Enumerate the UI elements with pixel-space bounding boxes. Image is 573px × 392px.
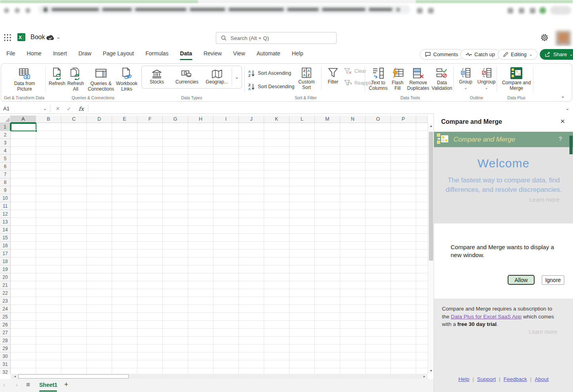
column-header-O[interactable]: O — [366, 116, 391, 123]
stocks-button[interactable]: Stocks — [142, 66, 172, 88]
share-button[interactable]: Share ⌄ — [540, 49, 573, 60]
menu-tab-automate[interactable]: Automate — [256, 49, 281, 57]
column-header-J[interactable]: J — [239, 116, 264, 123]
text-to-columns-button[interactable]: Text to Columns — [367, 65, 389, 91]
allow-button[interactable]: Allow — [508, 275, 535, 285]
welcome-learn-more-link[interactable]: Learn more — [529, 196, 560, 203]
name-box-chevron-icon[interactable]: ⌄ — [43, 106, 47, 111]
editing-mode-button[interactable]: Editing ⌄ — [498, 49, 538, 60]
feedback-link[interactable]: Feedback — [504, 376, 527, 382]
row-header-17[interactable]: 17 — [0, 250, 11, 258]
geography-button[interactable]: Geograp... — [202, 66, 232, 88]
column-header-E[interactable]: E — [112, 116, 137, 123]
row-header-3[interactable]: 3 — [0, 139, 11, 147]
scroll-up-icon[interactable]: ▲ — [428, 123, 434, 129]
workbook-links-button[interactable]: Workbook Links — [115, 65, 138, 92]
scroll-right-icon[interactable]: ▸ — [422, 374, 427, 379]
row-header-4[interactable]: 4 — [0, 147, 11, 155]
title-chevron-down-icon[interactable]: ⌄ — [56, 34, 61, 40]
insert-function-icon[interactable]: fx — [76, 104, 86, 114]
sheet-tab-sheet1[interactable]: Sheet1 — [39, 382, 57, 388]
row-header-29[interactable]: 29 — [0, 345, 11, 352]
formula-bar-expand-chevron-icon[interactable]: ⌄ — [565, 106, 569, 111]
pane-scroll-thumb[interactable] — [569, 136, 573, 154]
app-launcher-waffle-icon[interactable] — [3, 33, 12, 42]
row-header-12[interactable]: 12 — [0, 210, 11, 218]
column-header-C[interactable]: C — [61, 116, 87, 123]
browser-extension-icon[interactable] — [417, 8, 423, 13]
row-header-32[interactable]: 32 — [0, 368, 11, 374]
bookmark-star-icon[interactable] — [396, 8, 400, 11]
browser-url-bar[interactable] — [38, 5, 410, 14]
menu-tab-data[interactable]: Data — [180, 49, 192, 57]
row-header-16[interactable]: 16 — [0, 242, 11, 250]
menu-tab-review[interactable]: Review — [203, 49, 222, 57]
menu-tab-home[interactable]: Home — [27, 49, 42, 57]
currencies-button[interactable]: Currencies — [172, 66, 202, 88]
horizontal-scrollbar[interactable]: ◂ ▸ — [11, 374, 428, 379]
data-plus-saas-link[interactable]: Data Plus for Excel SaaS App — [451, 314, 522, 320]
column-header-B[interactable]: B — [36, 116, 61, 123]
fill-handle[interactable] — [35, 130, 37, 132]
column-header-K[interactable]: K — [264, 116, 289, 123]
sort-ascending-button[interactable]: A Z Sort Ascending — [247, 69, 291, 77]
remove-duplicates-button[interactable]: Remove Duplicates — [406, 65, 430, 91]
menu-tab-draw[interactable]: Draw — [78, 49, 92, 57]
help-link[interactable]: Help — [458, 376, 469, 382]
browser-forward-icon[interactable] — [15, 8, 20, 13]
row-header-9[interactable]: 9 — [0, 186, 11, 194]
column-header-I[interactable]: I — [213, 116, 239, 123]
ungroup-button[interactable]: Ungroup ⌄ — [476, 65, 497, 89]
row-header-21[interactable]: 21 — [0, 281, 11, 289]
catch-up-button[interactable]: Catch up — [461, 49, 500, 60]
row-header-2[interactable]: 2 — [0, 131, 11, 139]
document-title[interactable]: Book — [30, 34, 45, 41]
menu-tab-formulas[interactable]: Formulas — [145, 49, 169, 57]
menu-tab-file[interactable]: File — [6, 49, 16, 57]
column-header-F[interactable]: F — [137, 116, 163, 123]
row-header-1[interactable]: 1 — [0, 123, 11, 131]
grid-cells[interactable] — [11, 123, 428, 374]
browser-back-icon[interactable] — [4, 8, 9, 13]
next-sheet-icon[interactable]: › — [16, 381, 18, 388]
column-header-H[interactable]: H — [188, 116, 213, 123]
browser-extension-icon[interactable] — [508, 8, 513, 13]
row-header-19[interactable]: 19 — [0, 265, 11, 273]
row-header-20[interactable]: 20 — [0, 273, 11, 281]
browser-reload-icon[interactable] — [25, 8, 30, 13]
row-header-22[interactable]: 22 — [0, 289, 11, 297]
prev-sheet-icon[interactable]: ‹ — [3, 381, 5, 388]
row-header-13[interactable]: 13 — [0, 218, 11, 226]
column-header-D[interactable]: D — [87, 116, 112, 123]
flash-fill-button[interactable]: Flash Fill — [389, 65, 406, 91]
column-header-N[interactable]: N — [340, 116, 366, 123]
column-header-G[interactable]: G — [163, 116, 188, 123]
name-box[interactable]: A1 ⌄ — [0, 104, 50, 114]
pane-close-icon[interactable]: ✕ — [560, 118, 565, 125]
about-link[interactable]: About — [535, 376, 548, 382]
refresh-button[interactable]: Refresh — [48, 65, 66, 87]
user-avatar[interactable] — [556, 31, 571, 45]
row-header-11[interactable]: 11 — [0, 202, 11, 210]
row-header-26[interactable]: 26 — [0, 321, 11, 329]
custom-sort-button[interactable]: Z A A Z Custom Sort — [295, 65, 318, 90]
select-all-corner[interactable] — [0, 116, 11, 123]
row-header-15[interactable]: 15 — [0, 234, 11, 242]
data-types-gallery-chevron-icon[interactable]: ⌄ — [232, 66, 242, 88]
scroll-down-icon[interactable]: ▼ — [428, 368, 434, 374]
refresh-all-button[interactable]: Refresh All — [67, 65, 84, 92]
compare-and-merge-button[interactable]: Compare and Merge — [501, 65, 532, 91]
row-header-27[interactable]: 27 — [0, 329, 11, 337]
subscription-learn-more-link[interactable]: Learn more — [529, 329, 557, 335]
cancel-entry-icon[interactable]: ✕ — [53, 104, 63, 114]
row-header-6[interactable]: 6 — [0, 163, 11, 170]
row-header-24[interactable]: 24 — [0, 305, 11, 313]
column-header-L[interactable]: L — [289, 116, 315, 123]
vertical-scroll-thumb[interactable] — [429, 132, 433, 261]
browser-extension-icon[interactable] — [519, 8, 524, 13]
sheet-list-menu-icon[interactable]: ≡ — [26, 381, 30, 389]
confirm-entry-icon[interactable]: ✓ — [64, 104, 74, 114]
row-header-30[interactable]: 30 — [0, 352, 11, 360]
column-header-A[interactable]: A — [11, 116, 36, 123]
row-header-28[interactable]: 28 — [0, 337, 11, 345]
